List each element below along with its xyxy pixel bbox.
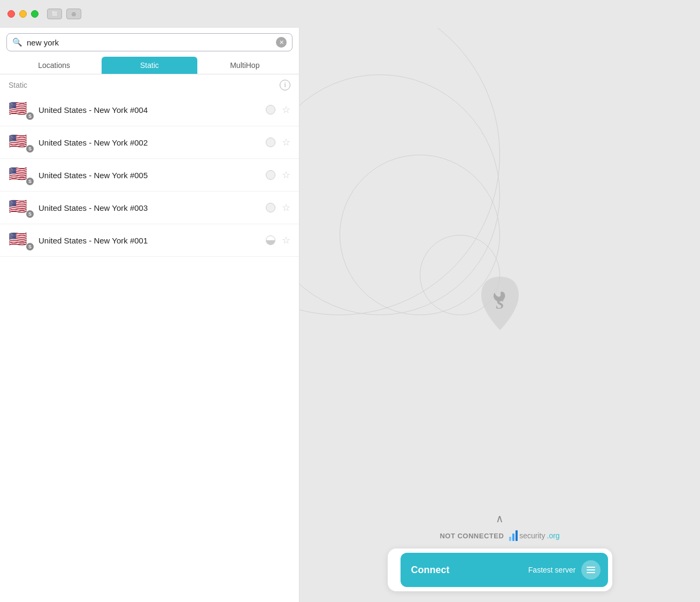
titlebar: ⬜ ◎ xyxy=(0,0,700,28)
static-badge: S xyxy=(26,210,34,218)
list-item[interactable]: 🇺🇸 S United States - New York #001 ☆ xyxy=(0,224,299,257)
menu-line-2 xyxy=(587,569,595,570)
flag-icon: 🇺🇸 xyxy=(9,198,27,215)
server-name: United States - New York #004 xyxy=(39,105,259,115)
server-status-icon xyxy=(266,105,275,115)
connection-status: NOT CONNECTED xyxy=(440,532,504,540)
app-container: 🔍 ✕ Locations Static MultiHop Static i 🇺… xyxy=(0,28,700,602)
bottom-area: ∧ NOT CONNECTED security.org Connect xyxy=(299,512,700,602)
connect-label: Connect xyxy=(411,565,450,576)
flag-container: 🇺🇸 S xyxy=(9,134,32,151)
list-item[interactable]: 🇺🇸 S United States - New York #005 ☆ xyxy=(0,159,299,192)
search-bar: 🔍 ✕ xyxy=(6,33,293,51)
tab-static[interactable]: Static xyxy=(102,57,197,74)
tab-multihop[interactable]: MultiHop xyxy=(197,57,293,74)
server-name: United States - New York #005 xyxy=(39,171,259,180)
favorite-icon[interactable]: ☆ xyxy=(282,104,290,116)
flag-container: 🇺🇸 S xyxy=(9,101,32,118)
server-status-icon xyxy=(266,235,275,245)
flag-icon: 🇺🇸 xyxy=(9,133,27,149)
list-item[interactable]: 🇺🇸 S United States - New York #004 ☆ xyxy=(0,94,299,126)
flag-icon: 🇺🇸 xyxy=(9,231,27,247)
static-badge: S xyxy=(26,112,34,120)
static-badge: S xyxy=(26,242,34,251)
close-button[interactable] xyxy=(7,10,15,18)
list-item[interactable]: 🇺🇸 S United States - New York #002 ☆ xyxy=(0,126,299,159)
search-clear-button[interactable]: ✕ xyxy=(276,37,287,48)
maximize-button[interactable] xyxy=(31,10,39,18)
section-header: Static i xyxy=(0,74,299,94)
status-bar: NOT CONNECTED security.org xyxy=(440,530,559,541)
favorite-icon[interactable]: ☆ xyxy=(282,136,290,148)
section-title: Static xyxy=(9,81,27,89)
bar-3 xyxy=(516,530,518,541)
favorite-icon[interactable]: ☆ xyxy=(282,234,290,246)
bar-1 xyxy=(509,537,511,541)
search-input[interactable] xyxy=(27,38,272,47)
server-status-icon xyxy=(266,170,275,180)
window-icon-2[interactable]: ◎ xyxy=(66,9,81,19)
menu-lines-icon xyxy=(587,567,595,573)
flag-icon: 🇺🇸 xyxy=(9,165,27,182)
static-badge: S xyxy=(26,144,34,153)
flag-icon: 🇺🇸 xyxy=(9,100,27,117)
server-name: United States - New York #001 xyxy=(39,236,259,245)
right-panel: S ∧ NOT CONNECTED security.org xyxy=(299,28,700,602)
server-status-icon xyxy=(266,138,275,147)
connect-card: Connect Fastest server xyxy=(388,548,612,591)
flag-container: 🇺🇸 S xyxy=(9,166,32,184)
flag-container: 🇺🇸 S xyxy=(9,199,32,216)
server-name: United States - New York #003 xyxy=(39,203,259,212)
fastest-server-text: Fastest server xyxy=(528,566,576,574)
favorite-icon[interactable]: ☆ xyxy=(282,169,290,181)
surfshark-logo: S xyxy=(476,274,524,333)
flag-container: 🇺🇸 S xyxy=(9,232,32,249)
security-text: security xyxy=(519,531,545,540)
security-org-text: .org xyxy=(547,531,560,540)
connect-button[interactable]: Connect Fastest server xyxy=(401,553,608,587)
search-icon: 🔍 xyxy=(12,37,22,47)
info-icon[interactable]: i xyxy=(280,80,290,90)
connect-right: Fastest server xyxy=(528,560,601,580)
favorite-icon[interactable]: ☆ xyxy=(282,202,290,214)
server-status-icon xyxy=(266,203,275,212)
svg-text:S: S xyxy=(496,295,504,312)
menu-line-3 xyxy=(587,572,595,573)
static-badge: S xyxy=(26,177,34,186)
tab-locations[interactable]: Locations xyxy=(6,57,102,74)
security-bars-icon xyxy=(509,530,518,541)
minimize-button[interactable] xyxy=(19,10,27,18)
server-list: 🇺🇸 S United States - New York #004 ☆ 🇺🇸 … xyxy=(0,94,299,602)
list-item[interactable]: 🇺🇸 S United States - New York #003 ☆ xyxy=(0,192,299,224)
left-panel: 🔍 ✕ Locations Static MultiHop Static i 🇺… xyxy=(0,28,299,602)
chevron-up-icon[interactable]: ∧ xyxy=(496,512,504,525)
window-icon-1[interactable]: ⬜ xyxy=(47,9,62,19)
menu-line-1 xyxy=(587,567,595,568)
server-name: United States - New York #002 xyxy=(39,138,259,147)
tabs-bar: Locations Static MultiHop xyxy=(0,57,299,74)
bar-2 xyxy=(512,534,514,541)
server-menu-button[interactable] xyxy=(581,560,601,580)
security-logo: security.org xyxy=(509,530,559,541)
